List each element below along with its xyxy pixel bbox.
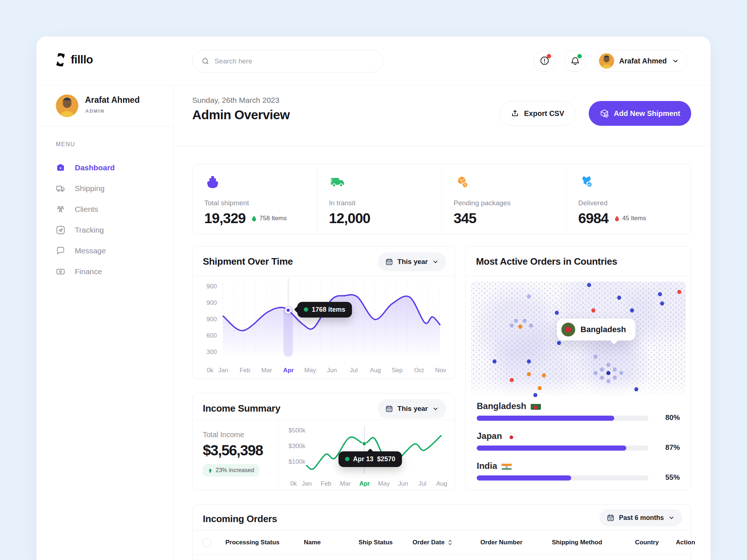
stat-label: Total shipment bbox=[204, 199, 249, 207]
map-fade bbox=[471, 378, 686, 397]
search-icon bbox=[201, 57, 209, 66]
country-name: Bangladesh bbox=[477, 401, 526, 411]
income-delta-badge: 23% increased bbox=[203, 464, 259, 477]
stat-label: Pending packages bbox=[454, 199, 511, 207]
progress-fill bbox=[477, 416, 614, 421]
axis-tick: $100k bbox=[289, 458, 305, 466]
sidebar-item-shipping[interactable]: Shipping bbox=[36, 178, 174, 199]
sidebar-item-label: Clients bbox=[75, 205, 98, 214]
app-logo: filllo bbox=[55, 53, 93, 66]
stat-value: 6984 bbox=[578, 210, 608, 226]
column-header[interactable]: Order Number bbox=[480, 539, 552, 546]
orders-filter-dropdown[interactable]: Past 6 months bbox=[599, 509, 682, 526]
alerts-button[interactable] bbox=[534, 50, 556, 72]
main-content: Sunday, 26th March 2023 Admin Overview E… bbox=[174, 86, 711, 560]
axis-tick: Oct bbox=[414, 367, 423, 374]
box-plus-icon bbox=[600, 109, 609, 118]
search-box[interactable] bbox=[192, 50, 383, 73]
sidebar-item-dashboard[interactable]: Dashboard bbox=[36, 157, 174, 178]
column-header-sortable[interactable]: Order Date bbox=[413, 539, 480, 546]
add-new-shipment-button[interactable]: Add New Shipment bbox=[589, 101, 691, 126]
shipment-chart: 900900900600300 0kJanFebMarAprMayJunJulA… bbox=[197, 276, 450, 379]
home-icon bbox=[56, 163, 65, 172]
total-income-value: $3,56,398 bbox=[203, 442, 263, 459]
sidebar-profile: Arafat Ahmed ADMIN bbox=[36, 86, 174, 127]
export-csv-button[interactable]: Export CSV bbox=[499, 101, 576, 126]
user-name: Arafat Ahmed bbox=[619, 57, 667, 65]
sidebar-item-finance[interactable]: Finance bbox=[36, 261, 174, 282]
axis-tick: May bbox=[378, 480, 390, 487]
axis-tick: $500k bbox=[289, 427, 305, 434]
table-header-row: Processing Status Name Ship Status Order… bbox=[193, 530, 691, 555]
profile-name: Arafat Ahmed bbox=[85, 95, 140, 105]
column-header[interactable]: Action bbox=[676, 539, 704, 546]
chevron-down-icon bbox=[668, 514, 675, 521]
shipment-tooltip: 1768 items bbox=[297, 302, 352, 318]
column-header[interactable]: Shipping Method bbox=[552, 539, 635, 546]
user-menu[interactable]: Arafat Ahmed bbox=[595, 50, 687, 72]
green-dot-icon bbox=[304, 307, 308, 312]
notifications-button[interactable] bbox=[564, 50, 586, 72]
stat-value: 345 bbox=[454, 210, 476, 226]
axis-tick: May bbox=[304, 367, 316, 374]
axis-tick: Mar bbox=[340, 480, 351, 487]
income-filter-dropdown[interactable]: This year bbox=[378, 399, 446, 418]
income-chart: $500k$300k$100k 0kJanFebMarAprMayJunJulA… bbox=[278, 420, 455, 490]
search-input[interactable] bbox=[214, 57, 374, 65]
axis-tick: Aug bbox=[436, 480, 447, 487]
sidebar-item-message[interactable]: Message bbox=[36, 240, 174, 261]
sidebar-item-tracking[interactable]: Tracking bbox=[36, 219, 174, 240]
select-all-checkbox[interactable] bbox=[203, 538, 211, 547]
chart-title: Most Active Orders in Countries bbox=[476, 256, 617, 267]
shield-check-icon bbox=[578, 174, 595, 191]
bangladesh-flag-icon bbox=[531, 403, 541, 410]
axis-tick: Jan bbox=[302, 480, 311, 487]
axis-tick: 900 bbox=[206, 299, 217, 307]
column-header[interactable]: Country bbox=[635, 539, 676, 546]
progress-track bbox=[477, 446, 649, 451]
drop-icon bbox=[614, 215, 620, 222]
column-header[interactable]: Processing Status bbox=[225, 539, 304, 546]
axis-tick: 900 bbox=[206, 316, 217, 323]
alert-badge bbox=[547, 54, 551, 58]
axis-tick: Jun bbox=[327, 367, 337, 374]
stat-badge: 45 Items bbox=[614, 215, 646, 222]
axis-tick: 300 bbox=[206, 349, 217, 356]
chevron-down-icon bbox=[672, 57, 679, 65]
increase-arrow-icon bbox=[208, 468, 213, 473]
calendar-icon bbox=[385, 405, 393, 413]
app-window: filllo Arafat Ahmed bbox=[36, 36, 711, 560]
sidebar-item-label: Finance bbox=[75, 267, 102, 276]
users-icon bbox=[56, 205, 65, 214]
axis-tick: $300k bbox=[289, 443, 305, 450]
topbar-actions: Arafat Ahmed bbox=[534, 50, 687, 72]
axis-tick: 900 bbox=[206, 283, 217, 290]
axis-tick: Apr bbox=[283, 367, 294, 374]
axis-tick: Feb bbox=[240, 367, 250, 374]
axis-tick: Jun bbox=[398, 480, 408, 487]
country-row-bangladesh: Bangladesh 80% bbox=[477, 401, 680, 431]
stat-total-shipment: Total shipment 19,329 758 Items bbox=[193, 164, 317, 234]
column-header[interactable]: Name bbox=[304, 539, 359, 546]
drop-icon bbox=[251, 215, 257, 222]
progress-track bbox=[477, 416, 649, 421]
truck-icon bbox=[56, 184, 65, 193]
package-clock-icon bbox=[454, 174, 471, 191]
total-income-label: Total Income bbox=[203, 431, 244, 439]
sidebar-item-clients[interactable]: Clients bbox=[36, 199, 174, 219]
stat-label: In transit bbox=[329, 199, 356, 207]
topbar: filllo Arafat Ahmed bbox=[36, 36, 711, 86]
country-percent: 55% bbox=[654, 473, 680, 482]
chat-icon bbox=[56, 246, 65, 256]
calendar-icon bbox=[607, 514, 615, 522]
country-name: India bbox=[477, 461, 497, 471]
sidebar-item-label: Shipping bbox=[75, 184, 105, 193]
shipment-over-time-card: Shipment Over Time This year bbox=[192, 246, 455, 379]
column-header[interactable]: Ship Status bbox=[359, 539, 413, 546]
country-name: Japan bbox=[477, 431, 502, 441]
send-icon bbox=[56, 225, 65, 235]
sidebar-item-label: Tracking bbox=[75, 226, 104, 234]
shipment-filter-dropdown[interactable]: This year bbox=[378, 252, 446, 271]
logo-text: filllo bbox=[71, 53, 93, 66]
stat-pending-packages: Pending packages 345 bbox=[442, 164, 566, 234]
